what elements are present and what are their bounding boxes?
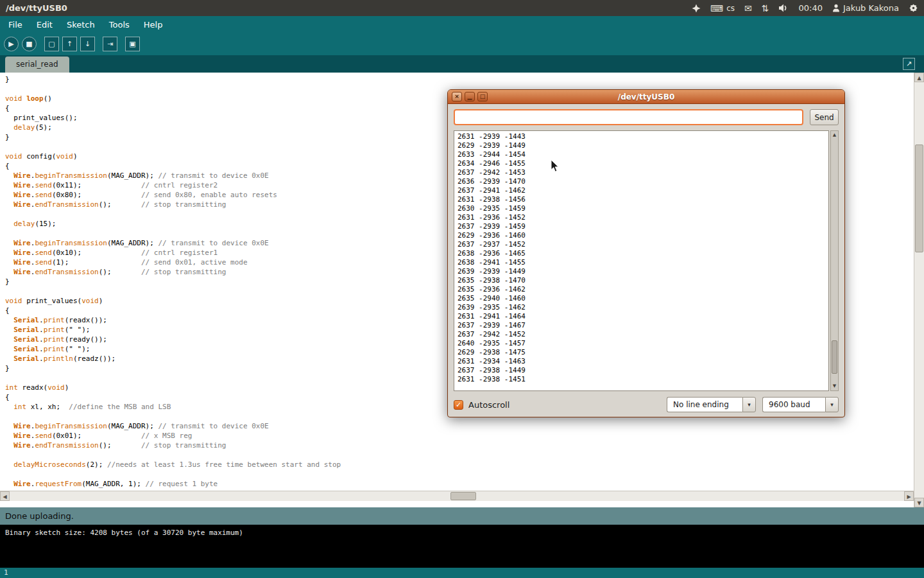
status-message: Done uploading. xyxy=(5,511,74,521)
autoscroll-checkbox[interactable]: ✓ xyxy=(454,400,463,410)
user-menu[interactable]: Jakub Kakona xyxy=(832,3,899,13)
scroll-right-icon[interactable]: ▶ xyxy=(904,491,914,501)
vertical-scroll-thumb[interactable] xyxy=(915,144,923,252)
indicator-star-icon[interactable] xyxy=(692,4,701,13)
minimize-icon[interactable]: ▁ xyxy=(465,92,475,101)
top-panel: /dev/ttyUSB0 ⌨ cs ✉ ⇅ 00:40 Jakub Kakona xyxy=(0,0,924,16)
code-line: Wire.endTransmission(); // stop transmit… xyxy=(5,441,909,450)
serial-monitor-title: /dev/ttyUSB0 xyxy=(448,92,844,101)
user-icon xyxy=(832,4,840,12)
serial-output-line: 2637 -2938 -1449 xyxy=(458,366,825,375)
serial-output-line: 2637 -2939 -1459 xyxy=(458,222,825,231)
serial-output-line: 2637 -2937 -1452 xyxy=(458,240,825,249)
code-line xyxy=(5,469,909,479)
serial-input[interactable] xyxy=(454,109,803,125)
status-bar: Done uploading. xyxy=(0,507,924,525)
tab-serial-read[interactable]: serial_read xyxy=(5,57,69,73)
serial-output-line: 2639 -2935 -1462 xyxy=(458,303,825,312)
serial-monitor-button[interactable]: ▣ xyxy=(125,37,140,51)
serial-output-line: 2635 -2940 -1460 xyxy=(458,294,825,303)
serial-output-line: 2637 -2939 -1467 xyxy=(458,321,825,330)
serial-output: 2631 -2939 -14432629 -2939 -14492633 -29… xyxy=(454,130,829,391)
serial-output-line: 2629 -2939 -1449 xyxy=(458,141,825,150)
code-line: Wire.send(0x01); // x MSB reg xyxy=(5,431,909,441)
scroll-up-icon[interactable]: ▲ xyxy=(914,73,924,82)
screen: /dev/ttyUSB0 ⌨ cs ✉ ⇅ 00:40 Jakub Kakona xyxy=(0,0,924,578)
code-line xyxy=(5,450,909,460)
session-gear-icon[interactable] xyxy=(909,3,918,13)
mouse-cursor-icon xyxy=(551,159,560,175)
serial-output-scrollbar[interactable]: ▲ ▼ xyxy=(830,130,839,391)
serial-output-line: 2635 -2938 -1470 xyxy=(458,276,825,285)
autoscroll-label: Autoscroll xyxy=(468,400,509,410)
line-number: 1 xyxy=(4,568,8,577)
serial-output-line: 2639 -2939 -1449 xyxy=(458,267,825,276)
baud-rate-dropdown-icon[interactable]: ▾ xyxy=(825,397,839,412)
serial-output-body: 2631 -2939 -14432629 -2939 -14492633 -29… xyxy=(454,130,839,391)
serial-scroll-down-icon[interactable]: ▼ xyxy=(831,383,838,390)
editor-vertical-scrollbar[interactable]: ▲ ▼ xyxy=(914,73,924,507)
code-line: Wire.requestFrom(MAG_ADDR, 1); // reques… xyxy=(5,479,909,489)
code-line: } xyxy=(5,74,909,84)
serial-input-row: Send xyxy=(448,104,844,130)
serial-scroll-thumb[interactable] xyxy=(832,340,837,374)
serial-output-line: 2634 -2946 -1455 xyxy=(458,159,825,168)
mail-icon[interactable]: ✉ xyxy=(744,4,752,13)
save-sketch-button[interactable]: ↓ xyxy=(80,37,95,51)
serial-output-line: 2635 -2936 -1462 xyxy=(458,285,825,294)
code-line: delayMicroseconds(2); //needs at least 1… xyxy=(5,460,909,469)
menu-item-file[interactable]: File xyxy=(1,17,30,32)
baud-rate-value[interactable]: 9600 baud xyxy=(762,397,825,412)
horizontal-scroll-thumb[interactable] xyxy=(450,492,476,500)
editor-horizontal-scrollbar[interactable]: ◀ ▶ xyxy=(0,491,914,501)
serial-output-line: 2640 -2935 -1457 xyxy=(458,339,825,348)
clock[interactable]: 00:40 xyxy=(798,3,822,13)
serial-monitor-footer: ✓ Autoscroll No line ending ▾ 9600 baud … xyxy=(448,397,844,412)
scroll-left-icon[interactable]: ◀ xyxy=(0,491,10,501)
serial-output-line: 2637 -2942 -1453 xyxy=(458,168,825,177)
new-sketch-button[interactable]: ▢ xyxy=(44,37,59,51)
maximize-icon[interactable]: □ xyxy=(477,92,488,101)
menu-item-edit[interactable]: Edit xyxy=(30,17,60,32)
serial-output-line: 2637 -2941 -1462 xyxy=(458,186,825,195)
line-ending-value[interactable]: No line ending xyxy=(667,397,742,412)
serial-output-line: 2629 -2938 -1475 xyxy=(458,348,825,357)
user-name-label: Jakub Kakona xyxy=(843,3,899,13)
upload-button[interactable]: ⇥ xyxy=(103,37,117,51)
line-ending-dropdown-icon[interactable]: ▾ xyxy=(742,397,756,412)
serial-monitor-titlebar[interactable]: /dev/ttyUSB0 × ▁ □ xyxy=(448,90,844,104)
serial-output-line: 2631 -2936 -1452 xyxy=(458,213,825,222)
line-ending-select[interactable]: No line ending ▾ xyxy=(667,397,756,412)
verify-button[interactable]: ▶ xyxy=(4,37,19,51)
toolbar: ▶■▢↑↓⇥▣ xyxy=(0,33,924,55)
network-icon[interactable]: ⇅ xyxy=(762,4,769,13)
serial-output-line: 2631 -2939 -1443 xyxy=(458,132,825,141)
serial-output-line: 2636 -2939 -1470 xyxy=(458,177,825,186)
menu-item-sketch[interactable]: Sketch xyxy=(60,17,102,32)
serial-output-line: 2631 -2941 -1464 xyxy=(458,312,825,321)
window-controls: × ▁ □ xyxy=(452,92,488,101)
close-icon[interactable]: × xyxy=(452,92,462,101)
serial-output-line: 2631 -2938 -1456 xyxy=(458,195,825,204)
baud-rate-select[interactable]: 9600 baud ▾ xyxy=(762,397,839,412)
serial-output-line: 2631 -2938 -1451 xyxy=(458,375,825,384)
menubar: FileEditSketchToolsHelp xyxy=(0,16,924,33)
volume-icon[interactable] xyxy=(778,4,789,12)
send-button[interactable]: Send xyxy=(810,109,839,125)
menu-item-help[interactable]: Help xyxy=(137,17,170,32)
panel-window-title: /dev/ttyUSB0 xyxy=(6,3,67,13)
serial-output-line: 2629 -2936 -1460 xyxy=(458,231,825,240)
keyboard-layout-label: cs xyxy=(726,4,735,13)
console-line: Binary sketch size: 4208 bytes (of a 307… xyxy=(5,529,243,537)
menu-item-tools[interactable]: Tools xyxy=(102,17,137,32)
serial-output-line: 2638 -2936 -1465 xyxy=(458,249,825,258)
open-sketch-button[interactable]: ↑ xyxy=(62,37,77,51)
stop-button[interactable]: ■ xyxy=(22,37,37,51)
serial-output-line: 2631 -2934 -1463 xyxy=(458,357,825,366)
line-number-strip: 1 xyxy=(0,568,924,578)
serial-scroll-up-icon[interactable]: ▲ xyxy=(831,132,838,139)
tabbar: serial_read ↗ xyxy=(0,55,924,73)
keyboard-layout-indicator[interactable]: ⌨ cs xyxy=(710,4,735,13)
scroll-down-icon[interactable]: ▼ xyxy=(914,498,924,507)
tab-menu-button[interactable]: ↗ xyxy=(903,58,915,70)
